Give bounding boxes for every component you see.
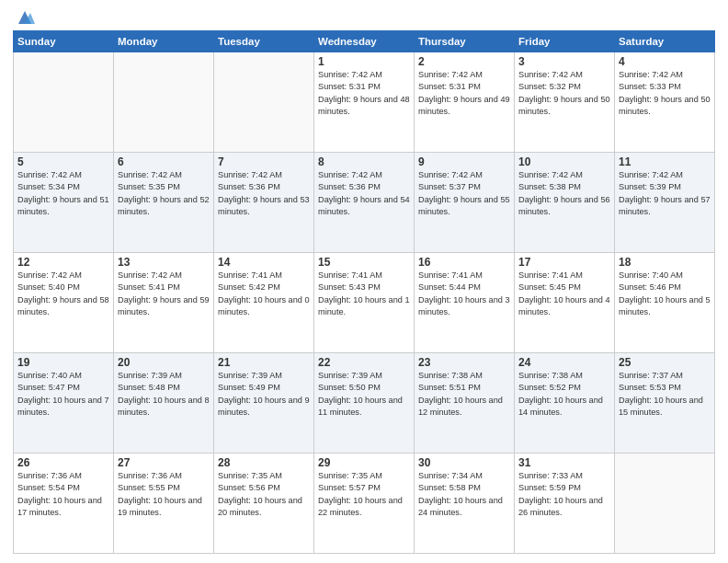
weekday-header: Thursday [415, 31, 515, 52]
day-number: 6 [118, 155, 210, 168]
day-number: 20 [118, 356, 210, 369]
day-info: Sunrise: 7:38 AM Sunset: 5:51 PM Dayligh… [418, 370, 510, 419]
day-info: Sunrise: 7:36 AM Sunset: 5:54 PM Dayligh… [17, 470, 109, 519]
calendar-cell [214, 52, 314, 153]
day-info: Sunrise: 7:42 AM Sunset: 5:31 PM Dayligh… [418, 69, 510, 118]
calendar-cell: 11Sunrise: 7:42 AM Sunset: 5:39 PM Dayli… [615, 153, 715, 253]
day-number: 1 [318, 55, 410, 68]
calendar-week-row: 1Sunrise: 7:42 AM Sunset: 5:31 PM Daylig… [14, 52, 715, 153]
day-info: Sunrise: 7:42 AM Sunset: 5:35 PM Dayligh… [118, 169, 210, 218]
calendar-cell: 3Sunrise: 7:42 AM Sunset: 5:32 PM Daylig… [515, 52, 615, 153]
calendar-cell [114, 52, 214, 153]
calendar-cell: 6Sunrise: 7:42 AM Sunset: 5:35 PM Daylig… [114, 153, 214, 253]
calendar-cell: 12Sunrise: 7:42 AM Sunset: 5:40 PM Dayli… [14, 253, 114, 353]
day-number: 24 [518, 356, 610, 369]
day-number: 13 [118, 256, 210, 269]
calendar-week-row: 5Sunrise: 7:42 AM Sunset: 5:34 PM Daylig… [14, 153, 715, 253]
day-info: Sunrise: 7:42 AM Sunset: 5:34 PM Dayligh… [17, 169, 109, 218]
day-info: Sunrise: 7:42 AM Sunset: 5:36 PM Dayligh… [218, 169, 310, 218]
day-number: 31 [518, 456, 610, 469]
day-number: 5 [17, 155, 109, 168]
calendar-cell: 26Sunrise: 7:36 AM Sunset: 5:54 PM Dayli… [14, 454, 114, 554]
calendar-cell: 21Sunrise: 7:39 AM Sunset: 5:49 PM Dayli… [214, 353, 314, 454]
calendar-cell: 24Sunrise: 7:38 AM Sunset: 5:52 PM Dayli… [515, 353, 615, 454]
weekday-header: Saturday [615, 31, 715, 52]
day-number: 27 [118, 456, 210, 469]
weekday-header: Tuesday [214, 31, 314, 52]
day-info: Sunrise: 7:33 AM Sunset: 5:59 PM Dayligh… [518, 470, 610, 519]
day-info: Sunrise: 7:36 AM Sunset: 5:55 PM Dayligh… [118, 470, 210, 519]
day-info: Sunrise: 7:41 AM Sunset: 5:42 PM Dayligh… [218, 270, 310, 318]
day-info: Sunrise: 7:34 AM Sunset: 5:58 PM Dayligh… [418, 470, 510, 519]
day-number: 25 [619, 356, 711, 369]
logo-icon [15, 7, 35, 28]
calendar-cell: 1Sunrise: 7:42 AM Sunset: 5:31 PM Daylig… [314, 52, 415, 153]
calendar-cell: 30Sunrise: 7:34 AM Sunset: 5:58 PM Dayli… [415, 454, 515, 554]
day-info: Sunrise: 7:40 AM Sunset: 5:46 PM Dayligh… [619, 270, 711, 318]
calendar-week-row: 12Sunrise: 7:42 AM Sunset: 5:40 PM Dayli… [14, 253, 715, 353]
calendar-cell: 13Sunrise: 7:42 AM Sunset: 5:41 PM Dayli… [114, 253, 214, 353]
day-number: 9 [418, 155, 510, 168]
day-info: Sunrise: 7:42 AM Sunset: 5:40 PM Dayligh… [17, 270, 109, 318]
calendar-cell: 19Sunrise: 7:40 AM Sunset: 5:47 PM Dayli… [14, 353, 114, 454]
day-number: 23 [418, 356, 510, 369]
day-number: 21 [218, 356, 310, 369]
day-info: Sunrise: 7:41 AM Sunset: 5:43 PM Dayligh… [318, 270, 410, 318]
weekday-header: Wednesday [314, 31, 415, 52]
calendar-cell: 27Sunrise: 7:36 AM Sunset: 5:55 PM Dayli… [114, 454, 214, 554]
day-info: Sunrise: 7:41 AM Sunset: 5:45 PM Dayligh… [518, 270, 610, 318]
calendar-week-row: 26Sunrise: 7:36 AM Sunset: 5:54 PM Dayli… [14, 454, 715, 554]
day-info: Sunrise: 7:42 AM Sunset: 5:39 PM Dayligh… [619, 169, 711, 218]
calendar-cell: 17Sunrise: 7:41 AM Sunset: 5:45 PM Dayli… [515, 253, 615, 353]
calendar-cell: 5Sunrise: 7:42 AM Sunset: 5:34 PM Daylig… [14, 153, 114, 253]
calendar-cell: 4Sunrise: 7:42 AM Sunset: 5:33 PM Daylig… [615, 52, 715, 153]
calendar-cell: 15Sunrise: 7:41 AM Sunset: 5:43 PM Dayli… [314, 253, 415, 353]
calendar-cell: 28Sunrise: 7:35 AM Sunset: 5:56 PM Dayli… [214, 454, 314, 554]
day-number: 28 [218, 456, 310, 469]
day-number: 16 [418, 256, 510, 269]
day-info: Sunrise: 7:35 AM Sunset: 5:56 PM Dayligh… [218, 470, 310, 519]
calendar-cell: 22Sunrise: 7:39 AM Sunset: 5:50 PM Dayli… [314, 353, 415, 454]
day-info: Sunrise: 7:35 AM Sunset: 5:57 PM Dayligh… [318, 470, 410, 519]
calendar-cell: 9Sunrise: 7:42 AM Sunset: 5:37 PM Daylig… [415, 153, 515, 253]
day-info: Sunrise: 7:42 AM Sunset: 5:38 PM Dayligh… [518, 169, 610, 218]
day-info: Sunrise: 7:42 AM Sunset: 5:33 PM Dayligh… [619, 69, 711, 118]
calendar-cell: 7Sunrise: 7:42 AM Sunset: 5:36 PM Daylig… [214, 153, 314, 253]
weekday-header: Friday [515, 31, 615, 52]
calendar-cell: 31Sunrise: 7:33 AM Sunset: 5:59 PM Dayli… [515, 454, 615, 554]
calendar-cell: 14Sunrise: 7:41 AM Sunset: 5:42 PM Dayli… [214, 253, 314, 353]
day-number: 12 [17, 256, 109, 269]
day-info: Sunrise: 7:42 AM Sunset: 5:31 PM Dayligh… [318, 69, 410, 118]
day-info: Sunrise: 7:40 AM Sunset: 5:47 PM Dayligh… [17, 370, 109, 419]
day-info: Sunrise: 7:39 AM Sunset: 5:50 PM Dayligh… [318, 370, 410, 419]
weekday-header: Monday [114, 31, 214, 52]
day-number: 10 [518, 155, 610, 168]
day-number: 11 [619, 155, 711, 168]
weekday-header: Sunday [14, 31, 114, 52]
day-number: 19 [17, 356, 109, 369]
day-number: 7 [218, 155, 310, 168]
calendar-cell [14, 52, 114, 153]
day-info: Sunrise: 7:37 AM Sunset: 5:53 PM Dayligh… [619, 370, 711, 419]
day-number: 14 [218, 256, 310, 269]
calendar-cell: 29Sunrise: 7:35 AM Sunset: 5:57 PM Dayli… [314, 454, 415, 554]
day-number: 29 [318, 456, 410, 469]
day-number: 18 [619, 256, 711, 269]
day-info: Sunrise: 7:39 AM Sunset: 5:48 PM Dayligh… [118, 370, 210, 419]
logo [13, 9, 35, 25]
day-number: 22 [318, 356, 410, 369]
day-number: 17 [518, 256, 610, 269]
calendar-cell [615, 454, 715, 554]
day-info: Sunrise: 7:42 AM Sunset: 5:36 PM Dayligh… [318, 169, 410, 218]
calendar-cell: 16Sunrise: 7:41 AM Sunset: 5:44 PM Dayli… [415, 253, 515, 353]
day-info: Sunrise: 7:38 AM Sunset: 5:52 PM Dayligh… [518, 370, 610, 419]
day-number: 26 [17, 456, 109, 469]
calendar-cell: 20Sunrise: 7:39 AM Sunset: 5:48 PM Dayli… [114, 353, 214, 454]
header [13, 9, 715, 25]
day-number: 8 [318, 155, 410, 168]
day-number: 3 [518, 55, 610, 68]
day-info: Sunrise: 7:42 AM Sunset: 5:41 PM Dayligh… [118, 270, 210, 318]
calendar-cell: 23Sunrise: 7:38 AM Sunset: 5:51 PM Dayli… [415, 353, 515, 454]
calendar-cell: 8Sunrise: 7:42 AM Sunset: 5:36 PM Daylig… [314, 153, 415, 253]
page: SundayMondayTuesdayWednesdayThursdayFrid… [0, 0, 728, 563]
